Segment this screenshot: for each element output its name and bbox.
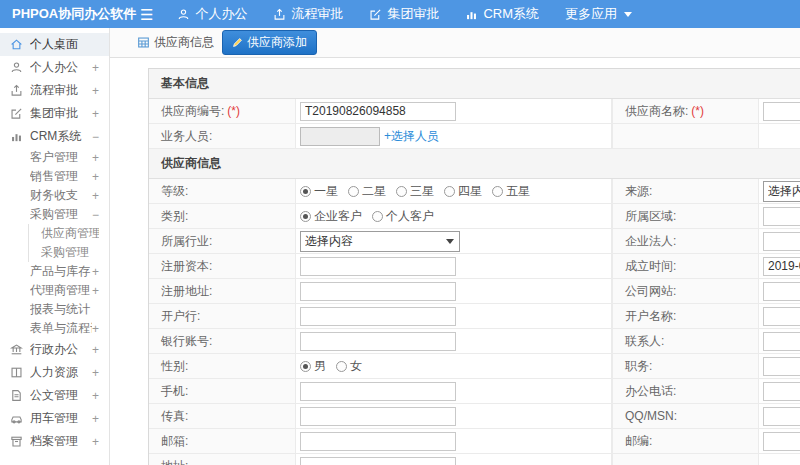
- s2-r10-c2-input[interactable]: [763, 407, 800, 426]
- expand-icon[interactable]: +: [92, 151, 109, 165]
- s2-r3-c1-label: 所属行业:: [149, 229, 296, 253]
- sidebar-item-5[interactable]: CRM系统−: [0, 125, 109, 148]
- sidebar-item-3[interactable]: 流程审批+: [0, 79, 109, 102]
- s2-r2-c2-input[interactable]: [763, 207, 800, 226]
- radio-selected-icon[interactable]: [300, 211, 311, 222]
- sidebar-item-11[interactable]: 采购管理: [28, 243, 109, 262]
- sidebar-item-6[interactable]: 客户管理+: [0, 148, 109, 167]
- radio-selected-icon[interactable]: [300, 186, 311, 197]
- sidebar-item-4[interactable]: 集团审批+: [0, 102, 109, 125]
- expand-icon[interactable]: +: [92, 412, 109, 426]
- radio-icon[interactable]: [396, 186, 407, 197]
- s2-r9-c1-input[interactable]: [300, 382, 456, 401]
- topmenu-item-4[interactable]: CRM系统: [465, 5, 539, 23]
- sidebar-item-20[interactable]: 档案管理+: [0, 430, 109, 453]
- level-radio-5[interactable]: 五星: [492, 183, 530, 200]
- expand-icon[interactable]: +: [92, 189, 109, 203]
- level-radio-2[interactable]: 二星: [348, 183, 386, 200]
- sidebar-item-18[interactable]: 公文管理+: [0, 384, 109, 407]
- sidebar-item-label: 用车管理: [30, 410, 85, 427]
- s2-r2-c2-field: [759, 204, 800, 228]
- sidebar-item-15[interactable]: 表单与流程设置+: [0, 319, 109, 338]
- s2-r3-c1-select[interactable]: 选择内容: [300, 231, 460, 252]
- sidebar-item-1[interactable]: 个人桌面: [0, 33, 109, 56]
- topmenu-item-5[interactable]: 更多应用: [565, 5, 632, 23]
- s2-r11-c2-input[interactable]: [763, 432, 800, 451]
- level-radio-4[interactable]: 四星: [444, 183, 482, 200]
- category-radio-1[interactable]: 企业客户: [300, 208, 362, 225]
- s1-r2-c1-input[interactable]: [300, 127, 380, 146]
- s2-r6-c1-input[interactable]: [300, 307, 456, 326]
- s2-r7-c2-input[interactable]: [763, 332, 800, 351]
- category-radio-2[interactable]: 个人客户: [372, 208, 434, 225]
- s2-r11-c1-label: 邮箱:: [149, 429, 296, 453]
- radio-icon[interactable]: [444, 186, 455, 197]
- s2-r8-c2-input[interactable]: [763, 357, 800, 376]
- bank-icon: [10, 343, 23, 356]
- s2-r3-c2-input[interactable]: [763, 232, 800, 251]
- s2-r12-c2-field: [759, 454, 800, 465]
- expand-icon[interactable]: +: [92, 265, 109, 279]
- form-row: 类别:企业客户个人客户所属区域:: [149, 204, 800, 229]
- sidebar-item-7[interactable]: 销售管理+: [0, 167, 109, 186]
- topmenu-item-1[interactable]: 个人办公: [177, 5, 247, 23]
- s1-r1-c1-input[interactable]: [300, 102, 456, 121]
- expand-icon[interactable]: +: [92, 170, 109, 184]
- tab-2-active[interactable]: 供应商添加: [222, 30, 317, 55]
- collapse-icon[interactable]: −: [92, 208, 109, 222]
- level-radio-1[interactable]: 一星: [300, 183, 338, 200]
- radio-selected-icon[interactable]: [300, 361, 311, 372]
- expand-icon[interactable]: +: [92, 366, 109, 380]
- field-label: 办公电话:: [625, 383, 676, 400]
- s2-r4-c1-field: [296, 254, 612, 278]
- radio-icon[interactable]: [492, 186, 503, 197]
- field-label: 性别:: [161, 358, 188, 375]
- s2-r1-c2-select[interactable]: 选择内容: [763, 181, 800, 202]
- gender-radio-2[interactable]: 女: [336, 358, 362, 375]
- menu-toggle-icon[interactable]: ☰: [140, 7, 153, 22]
- s2-r10-c1-input[interactable]: [300, 407, 456, 426]
- collapse-icon[interactable]: −: [92, 130, 109, 144]
- topmenu-item-3[interactable]: 集团审批: [369, 5, 439, 23]
- radio-label: 四星: [458, 183, 482, 200]
- gender-radio-1[interactable]: 男: [300, 358, 326, 375]
- s2-r11-c1-input[interactable]: [300, 432, 456, 451]
- tab-1[interactable]: 供应商信息: [137, 34, 214, 51]
- expand-icon[interactable]: +: [92, 389, 109, 403]
- sidebar-item-19[interactable]: 用车管理+: [0, 407, 109, 430]
- sidebar-item-17[interactable]: 人力资源+: [0, 361, 109, 384]
- s2-r8-c1-label: 性别:: [149, 354, 296, 378]
- expand-icon[interactable]: +: [92, 322, 109, 336]
- sidebar-item-14[interactable]: 报表与统计: [0, 300, 109, 319]
- s2-r5-c2-input[interactable]: [763, 282, 800, 301]
- choose-person-link[interactable]: +选择人员: [384, 128, 439, 145]
- s2-r7-c1-input[interactable]: [300, 332, 456, 351]
- s2-r11-c1-field: [296, 429, 612, 453]
- s2-r12-c1-input[interactable]: [300, 457, 456, 465]
- s2-r9-c2-input[interactable]: [763, 382, 800, 401]
- expand-icon[interactable]: +: [92, 284, 109, 298]
- expand-icon[interactable]: +: [92, 343, 109, 357]
- sidebar-item-16[interactable]: 行政办公+: [0, 338, 109, 361]
- sidebar-item-8[interactable]: 财务收支+: [0, 186, 109, 205]
- s2-r6-c2-input[interactable]: [763, 307, 800, 326]
- expand-icon[interactable]: +: [92, 435, 109, 449]
- sidebar-item-13[interactable]: 代理商管理+: [0, 281, 109, 300]
- s1-r1-c1-field: [296, 99, 612, 123]
- sidebar-item-9[interactable]: 采购管理−: [0, 205, 109, 224]
- sidebar-item-10[interactable]: 供应商管理: [28, 224, 109, 243]
- s1-r1-c2-input[interactable]: [763, 102, 800, 121]
- s2-r4-c1-input[interactable]: [300, 257, 456, 276]
- sidebar-item-2[interactable]: 个人办公+: [0, 56, 109, 79]
- radio-icon[interactable]: [372, 211, 383, 222]
- level-radio-3[interactable]: 三星: [396, 183, 434, 200]
- radio-icon[interactable]: [336, 361, 347, 372]
- expand-icon[interactable]: +: [92, 107, 109, 121]
- s2-r4-c2-input[interactable]: [763, 257, 800, 276]
- topmenu-item-2[interactable]: 流程审批: [273, 5, 343, 23]
- s2-r5-c1-input[interactable]: [300, 282, 456, 301]
- expand-icon[interactable]: +: [92, 61, 109, 75]
- sidebar-item-12[interactable]: 产品与库存+: [0, 262, 109, 281]
- expand-icon[interactable]: +: [92, 84, 109, 98]
- radio-icon[interactable]: [348, 186, 359, 197]
